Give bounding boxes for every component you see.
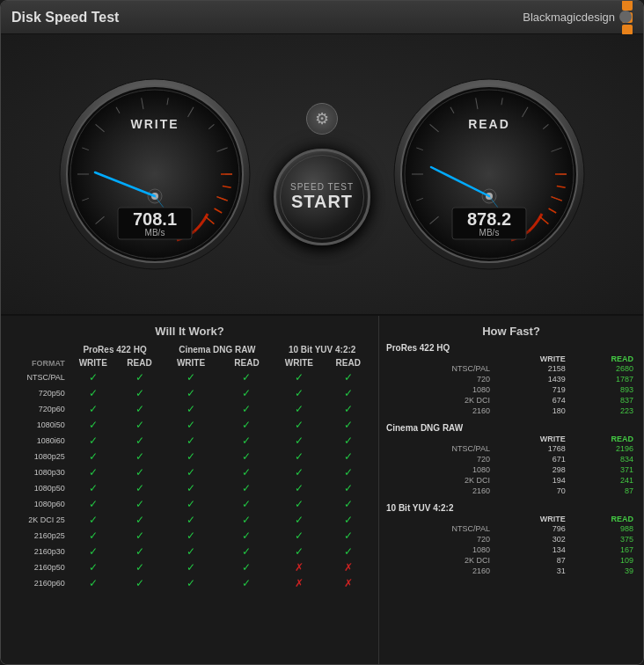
fast-row-label: 720	[386, 534, 493, 544]
check-icon: ✓	[135, 419, 144, 431]
check-icon: ✓	[344, 371, 353, 384]
fast-row-label: NTSC/PAL	[386, 523, 493, 534]
check-cell: ✗	[325, 559, 371, 575]
check-cell: ✗	[273, 575, 325, 591]
check-icon: ✓	[89, 466, 98, 479]
check-icon: ✓	[344, 387, 353, 399]
format-cell: 1080p30	[8, 464, 69, 480]
fast-row: 1080134167	[386, 544, 636, 555]
check-icon: ✓	[89, 419, 98, 431]
read-gauge-wrapper: READ 878.2 MB/s	[392, 77, 586, 271]
codec-title: Cinema DNG RAW	[386, 423, 636, 433]
check-cell: ✓	[273, 401, 325, 417]
read-value: 837	[568, 395, 636, 406]
table-row: 2160p30✓✓✓✓✓✓	[8, 544, 371, 559]
check-cell: ✓	[325, 512, 371, 528]
check-icon: ✓	[187, 498, 195, 510]
read-value: 87	[568, 486, 636, 496]
table-row: 2K DCI 25✓✓✓✓✓✓	[8, 512, 371, 528]
check-icon: ✓	[187, 530, 195, 542]
write-value: 87	[493, 555, 568, 566]
write-value: 298	[493, 464, 568, 475]
check-icon: ✓	[135, 530, 144, 542]
read-sub-3: READ	[325, 356, 371, 369]
check-cell: ✓	[325, 417, 371, 433]
check-icon: ✓	[242, 482, 251, 494]
check-cell: ✓	[118, 528, 162, 544]
check-icon: ✓	[242, 435, 251, 447]
data-area: Will It Work? ProRes 422 HQ Cinema DNG R…	[1, 316, 643, 664]
check-icon: ✓	[135, 435, 144, 447]
svg-text:READ: READ	[468, 117, 510, 131]
check-icon: ✓	[187, 371, 195, 384]
write-value: 1439	[493, 374, 568, 384]
check-icon: ✓	[295, 403, 304, 415]
empty-header	[386, 515, 493, 523]
format-sub-header: FORMAT	[8, 356, 69, 369]
read-value: 988	[568, 523, 636, 534]
check-cell: ✓	[118, 575, 162, 591]
check-cell: ✓	[273, 544, 325, 559]
svg-text:WRITE: WRITE	[130, 117, 179, 131]
fast-row: 1080719893	[386, 384, 636, 395]
check-cell: ✓	[325, 544, 371, 559]
check-icon: ✓	[135, 561, 144, 574]
check-cell: ✓	[221, 528, 274, 544]
check-cell: ✓	[221, 433, 274, 449]
check-cell: ✓	[273, 449, 325, 464]
fast-table: WRITEREADNTSC/PAL17682196720671834108029…	[386, 435, 636, 496]
format-cell: 1080i50	[8, 417, 69, 433]
check-icon: ✓	[89, 545, 98, 558]
check-icon: ✓	[135, 577, 144, 589]
check-icon: ✓	[89, 498, 98, 510]
empty-header	[386, 435, 493, 443]
codec-title: 10 Bit YUV 4:2:2	[386, 503, 636, 513]
fast-row: NTSC/PAL796988	[386, 523, 636, 534]
check-cell: ✓	[69, 528, 118, 544]
format-cell: 1080p60	[8, 496, 69, 512]
write-gauge-wrapper: WRITE 708.1 MB/s	[58, 77, 252, 271]
table-row: 2160p50✓✓✓✓✗✗	[8, 559, 371, 575]
check-cell: ✓	[273, 528, 325, 544]
check-icon: ✓	[295, 530, 304, 542]
cross-icon: ✗	[344, 577, 353, 589]
check-cell: ✓	[118, 480, 162, 496]
read-value: 241	[568, 475, 636, 486]
check-icon: ✓	[89, 577, 98, 589]
check-cell: ✓	[161, 480, 220, 496]
check-cell: ✓	[161, 544, 220, 559]
read-value: 39	[568, 566, 636, 576]
check-cell: ✓	[69, 480, 118, 496]
read-value: 223	[568, 406, 636, 416]
check-cell: ✓	[325, 401, 371, 417]
check-icon: ✓	[187, 545, 195, 558]
check-icon: ✓	[89, 561, 98, 574]
close-button[interactable]	[619, 11, 632, 23]
check-icon: ✓	[135, 545, 144, 558]
check-cell: ✓	[325, 385, 371, 401]
read-header: READ	[568, 515, 636, 523]
will-it-work-panel: Will It Work? ProRes 422 HQ Cinema DNG R…	[1, 316, 379, 664]
check-icon: ✓	[187, 419, 195, 431]
app-window: Disk Speed Test Blackmagicdesign	[0, 0, 644, 665]
format-cell: 2160p30	[8, 544, 69, 559]
cross-icon: ✗	[295, 561, 304, 574]
title-bar: Disk Speed Test Blackmagicdesign	[1, 1, 643, 34]
check-icon: ✓	[89, 403, 98, 415]
check-cell: ✓	[325, 496, 371, 512]
check-cell: ✓	[273, 464, 325, 480]
check-icon: ✓	[187, 403, 195, 415]
check-cell: ✓	[69, 575, 118, 591]
check-icon: ✓	[295, 545, 304, 558]
check-cell: ✓	[161, 369, 220, 385]
table-row: 1080p30✓✓✓✓✓✓	[8, 464, 371, 480]
check-cell: ✓	[161, 559, 220, 575]
check-icon: ✓	[344, 419, 353, 431]
check-icon: ✓	[295, 435, 304, 447]
check-icon: ✓	[242, 530, 251, 542]
start-button[interactable]: SPEED TEST START	[274, 149, 370, 245]
gear-button[interactable]: ⚙	[306, 103, 338, 135]
check-cell: ✓	[273, 512, 325, 528]
check-cell: ✓	[161, 449, 220, 464]
write-value: 1768	[493, 443, 568, 454]
